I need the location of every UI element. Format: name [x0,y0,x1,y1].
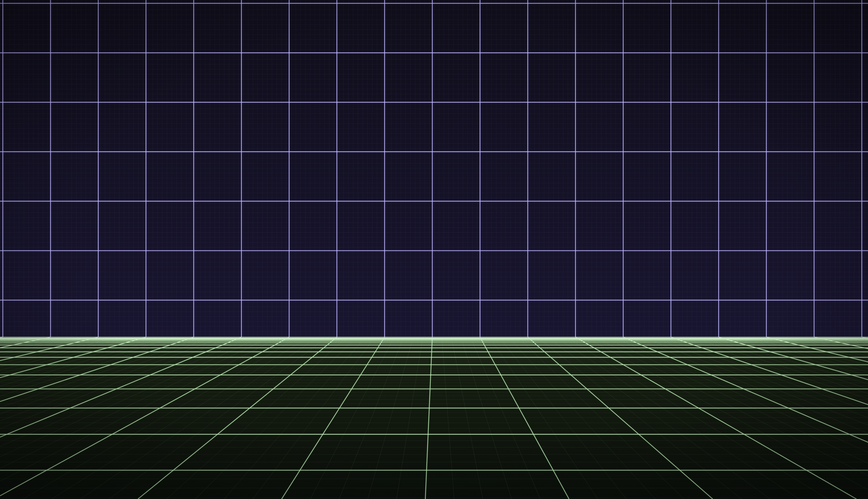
synthwave-grid-background [0,0,868,499]
grid-scene-canvas [0,0,868,499]
vignette-overlay [0,0,868,499]
